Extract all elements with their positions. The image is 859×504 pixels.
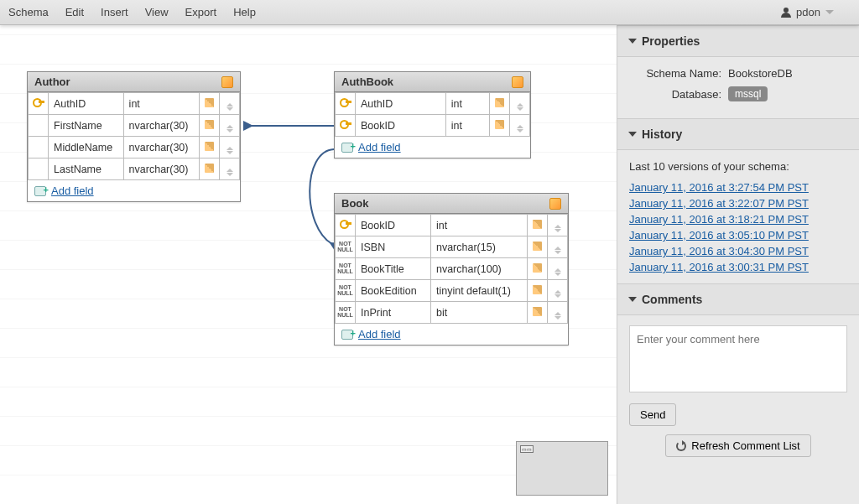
menu-schema[interactable]: Schema	[8, 6, 49, 18]
column-name[interactable]: AuthID	[49, 93, 124, 115]
column-name[interactable]: LastName	[49, 158, 124, 180]
table-row[interactable]: AuthID int	[29, 93, 240, 115]
table-book-header[interactable]: Book	[335, 194, 568, 214]
comments-header[interactable]: Comments	[617, 283, 859, 315]
schema-canvas[interactable]: Author AuthID int FirstName nvarchar(30)…	[0, 25, 617, 504]
table-authbook-header[interactable]: AuthBook	[335, 72, 530, 92]
add-field-button[interactable]: Add field	[51, 184, 94, 197]
history-intro: Last 10 versions of your schema:	[629, 160, 847, 173]
reorder-icon[interactable]	[226, 169, 233, 176]
edit-icon[interactable]	[549, 198, 561, 210]
table-row[interactable]: BookID int	[336, 215, 568, 236]
properties-header[interactable]: Properties	[617, 25, 859, 57]
user-menu[interactable]: pdon	[781, 6, 834, 18]
column-name[interactable]: AuthID	[356, 93, 446, 115]
pencil-icon[interactable]	[533, 307, 542, 316]
column-type[interactable]: nvarchar(30)	[123, 137, 199, 158]
refresh-comments-button[interactable]: Refresh Comment List	[665, 434, 810, 457]
column-name[interactable]: ISBN	[356, 236, 431, 258]
reorder-icon[interactable]	[554, 290, 561, 298]
column-type[interactable]: nvarchar(15)	[430, 236, 527, 258]
menu-insert[interactable]: Insert	[101, 6, 128, 18]
send-button[interactable]: Send	[629, 403, 676, 426]
add-field-row: Add field	[28, 180, 240, 201]
menu-help[interactable]: Help	[233, 6, 256, 18]
pencil-icon[interactable]	[205, 120, 214, 129]
table-row[interactable]: LastName nvarchar(30)	[29, 158, 240, 180]
column-name[interactable]: BookID	[356, 215, 431, 236]
table-row[interactable]: NOTNULL BookEdition tinyint default(1)	[336, 280, 568, 302]
table-book[interactable]: Book BookID int NOTNULL ISBN nvarchar(15…	[334, 193, 569, 346]
history-header[interactable]: History	[617, 118, 859, 150]
table-row[interactable]: NOTNULL BookTitle nvarchar(100)	[336, 258, 568, 280]
reorder-icon[interactable]	[517, 125, 523, 132]
history-item[interactable]: January 11, 2016 at 3:04:30 PM PST	[629, 245, 847, 257]
table-row[interactable]: BookID int	[336, 115, 530, 137]
table-authbook-title: AuthBook	[341, 75, 393, 88]
minimap[interactable]: ▭▭	[516, 441, 608, 496]
edit-icon[interactable]	[221, 76, 233, 88]
table-row[interactable]: MiddleName nvarchar(30)	[29, 137, 240, 158]
primary-key-icon	[340, 96, 351, 108]
column-name[interactable]: BookTitle	[356, 258, 431, 280]
menu-export[interactable]: Export	[185, 6, 217, 18]
schema-name-label: Schema Name:	[629, 67, 721, 80]
chevron-down-icon	[825, 10, 834, 14]
schema-name-value: BookstoreDB	[728, 67, 793, 80]
user-name: pdon	[796, 6, 820, 18]
column-type[interactable]: nvarchar(30)	[123, 158, 199, 180]
table-author[interactable]: Author AuthID int FirstName nvarchar(30)…	[27, 71, 241, 202]
reorder-icon[interactable]	[554, 268, 561, 276]
column-name[interactable]: MiddleName	[49, 137, 124, 158]
column-name[interactable]: BookEdition	[356, 280, 431, 302]
pencil-icon[interactable]	[533, 220, 542, 229]
column-type[interactable]: nvarchar(100)	[430, 258, 527, 280]
add-field-button[interactable]: Add field	[358, 328, 401, 340]
column-type[interactable]: nvarchar(30)	[123, 115, 199, 137]
add-field-button[interactable]: Add field	[358, 141, 401, 153]
column-type[interactable]: bit	[430, 302, 527, 324]
column-name[interactable]: FirstName	[49, 115, 124, 137]
history-item[interactable]: January 11, 2016 at 3:00:31 PM PST	[629, 261, 847, 273]
reorder-icon[interactable]	[554, 247, 561, 254]
column-name[interactable]: BookID	[356, 115, 446, 137]
pencil-icon[interactable]	[205, 142, 214, 151]
column-type[interactable]: int	[445, 93, 489, 115]
table-row[interactable]: FirstName nvarchar(30)	[29, 115, 240, 137]
column-type[interactable]: tinyint default(1)	[430, 280, 527, 302]
pencil-icon[interactable]	[205, 164, 214, 173]
history-item[interactable]: January 11, 2016 at 3:27:54 PM PST	[629, 181, 847, 194]
column-type[interactable]: int	[445, 115, 489, 137]
table-row[interactable]: NOTNULL InPrint bit	[336, 302, 568, 324]
history-item[interactable]: January 11, 2016 at 3:18:21 PM PST	[629, 213, 847, 226]
reorder-icon[interactable]	[517, 103, 523, 111]
pencil-icon[interactable]	[495, 98, 504, 107]
column-type[interactable]: int	[123, 93, 199, 115]
menu-view[interactable]: View	[145, 6, 169, 18]
column-name[interactable]: InPrint	[356, 302, 431, 324]
menubar: Schema Edit Insert View Export Help pdon	[0, 0, 859, 25]
pencil-icon[interactable]	[205, 98, 214, 107]
reorder-icon[interactable]	[226, 147, 233, 154]
pencil-icon[interactable]	[533, 263, 542, 273]
history-item[interactable]: January 11, 2016 at 3:22:07 PM PST	[629, 197, 847, 210]
history-item[interactable]: January 11, 2016 at 3:05:10 PM PST	[629, 229, 847, 242]
table-authbook[interactable]: AuthBook AuthID int BookID int Add field	[334, 71, 531, 158]
edit-icon[interactable]	[512, 76, 523, 88]
reorder-icon[interactable]	[226, 103, 233, 111]
table-author-header[interactable]: Author	[28, 72, 240, 92]
table-row[interactable]: AuthID int	[336, 93, 530, 115]
comment-input[interactable]	[629, 325, 847, 392]
column-type[interactable]: int	[430, 215, 527, 236]
table-author-grid: AuthID int FirstName nvarchar(30) Middle…	[28, 92, 240, 180]
menubar-left: Schema Edit Insert View Export Help	[8, 6, 256, 18]
pencil-icon[interactable]	[533, 285, 542, 294]
table-row[interactable]: NOTNULL ISBN nvarchar(15)	[336, 236, 568, 258]
table-book-grid: BookID int NOTNULL ISBN nvarchar(15) NOT…	[335, 214, 568, 324]
reorder-icon[interactable]	[554, 225, 561, 232]
pencil-icon[interactable]	[533, 242, 542, 251]
menu-edit[interactable]: Edit	[65, 6, 84, 18]
reorder-icon[interactable]	[554, 312, 561, 320]
pencil-icon[interactable]	[495, 120, 504, 129]
reorder-icon[interactable]	[226, 125, 233, 132]
